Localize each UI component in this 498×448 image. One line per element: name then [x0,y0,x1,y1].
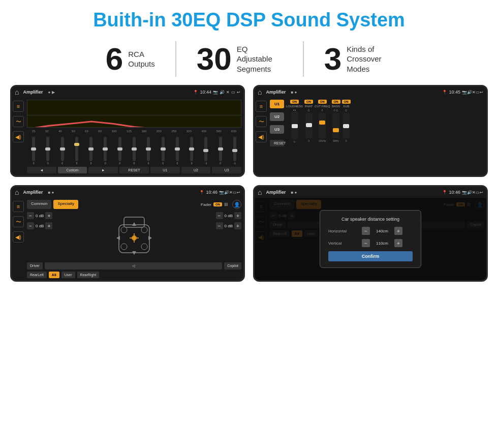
crossover-reset-btn[interactable]: RESET [270,140,284,146]
db-minus-4[interactable]: − [216,222,223,229]
phat-slider[interactable] [305,113,313,138]
dialog-app-name: Amplifier [266,190,286,195]
eq-icon-speaker[interactable]: ◀) [13,131,24,142]
dialog-home-icon[interactable]: ⌂ [258,188,262,196]
db-minus-1[interactable]: − [27,212,34,219]
eq-btn-custom[interactable]: Custom [58,167,87,173]
sub-toggle[interactable]: ON [342,100,351,104]
fader-toggle[interactable]: ON [213,202,222,206]
crossover-time: 10:45 [449,89,460,95]
eq-screen: ⌂ Amplifier ● ▶ 📍 10:44 📷 🔊 ✕ ▭ ↩ ≡ 〜 ◀) [10,85,245,177]
db-plus-3[interactable]: + [234,212,241,219]
fader-app-name: Amplifier [23,190,43,195]
eq-btn-u3[interactable]: U3 [212,167,241,173]
eq-slider-9[interactable]: 0 [147,137,150,165]
db-plus-1[interactable]: + [45,212,52,219]
stat-text-rca: RCAOutputs [128,49,155,69]
cutfreq-toggle[interactable]: ON [318,100,327,104]
horizontal-row: Horizontal − 140cm + [328,227,413,235]
horizontal-minus[interactable]: − [362,227,370,235]
horizontal-label: Horizontal [328,229,359,233]
eq-slider-1[interactable]: 0 [32,137,35,165]
fader-controls-area: − 0 dB + − 0 dB + [27,212,241,260]
db-minus-2[interactable]: − [27,222,34,229]
car-diagram [54,212,213,260]
bass-slider[interactable] [332,113,339,138]
phat-toggle[interactable]: ON [304,100,313,104]
eq-btn-u2[interactable]: U2 [181,167,211,173]
db-val-3: 0 dB [225,214,233,218]
eq-slider-12[interactable]: 0 [190,137,193,165]
eq-btn-prev[interactable]: ◄ [27,167,56,173]
stats-row: 6 RCAOutputs 30 EQ AdjustableSegments 3 … [0,36,498,85]
horizontal-plus[interactable]: + [394,227,402,235]
eq-icon-wave[interactable]: 〜 [13,116,24,127]
fader-btn-rearright[interactable]: RearRight [77,272,100,278]
back-icon[interactable]: ↩ [237,90,240,95]
sub-slider[interactable] [343,113,350,138]
fader-text: Fader [201,202,211,207]
fader-btn-user[interactable]: User [61,272,75,278]
eq-btn-play[interactable]: ► [88,167,118,173]
bass-toggle[interactable]: ON [332,100,340,104]
u-buttons-col: U1 U2 U3 RESET [270,100,284,146]
fader-btn-arrow-left[interactable]: ◁ [45,262,223,270]
eq-slider-14[interactable]: 0 [219,137,222,165]
db-plus-4[interactable]: + [234,222,241,229]
u3-button[interactable]: U3 [270,125,284,134]
fader-tab-specialty[interactable]: Specialty [53,200,78,209]
fader-icon-speaker[interactable]: ◀) [13,231,24,243]
fader-profile-icon[interactable]: 👤 [232,200,241,209]
eq-slider-7[interactable]: 0 [118,137,121,165]
loudness-slider[interactable] [291,111,298,139]
eq-slider-4[interactable]: 5 [75,137,78,165]
eq-slider-11[interactable]: 0 [176,137,179,165]
fader-btn-copilot[interactable]: Copilot [224,262,241,270]
eq-slider-8[interactable]: 0 [133,137,136,165]
fader-status-icons: 📍 10:46 📷🔊✕▭↩ [199,190,240,195]
fader-bottom-row: Driver ◁ Copilot [27,262,241,270]
crossover-status-icons: 📍 10:45 📷🔊✕▭↩ [442,89,483,95]
u1-button[interactable]: U1 [270,100,284,108]
home-icon[interactable]: ⌂ [15,88,19,96]
eq-slider-15[interactable]: -1 [233,137,236,165]
loudness-ctrl: ON LOUDNESS 0 [286,100,303,146]
eq-dot-icons: ● ▶ [48,90,54,95]
fader-btn-rearleft[interactable]: RearLeft [27,272,47,278]
fader-icon-wave[interactable]: 〜 [13,216,24,227]
horizontal-ctrl: − 140cm + [362,227,402,235]
dialog-box: Car speaker distance setting Horizontal … [320,210,421,268]
crossover-home-icon[interactable]: ⌂ [258,88,262,96]
u2-button[interactable]: U2 [270,112,284,121]
eq-status-bar: ⌂ Amplifier ● ▶ 📍 10:44 📷 🔊 ✕ ▭ ↩ [12,86,243,98]
fader-main-area: Common Specialty Fader ON ⊞ 👤 − [26,198,243,280]
crossover-icon-eq[interactable]: ≡ [256,101,267,112]
fader-tab-common[interactable]: Common [27,200,51,209]
vertical-plus[interactable]: + [394,239,402,247]
crossover-body: ≡ 〜 ◀) U1 U2 U3 RESET [255,98,486,148]
confirm-button[interactable]: Confirm [328,251,413,261]
eq-btn-reset[interactable]: RESET [119,167,149,173]
horizontal-value: 140cm [372,229,392,233]
eq-slider-10[interactable]: 0 [162,137,165,165]
crossover-icon-speaker[interactable]: ◀) [256,131,267,142]
dialog-status-icons: 📍 10:46 📷🔊✕▭↩ [442,190,483,195]
eq-slider-2[interactable]: 0 [46,137,49,165]
db-minus-3[interactable]: − [216,212,223,219]
eq-slider-6[interactable]: 0 [104,137,107,165]
eq-btn-u1[interactable]: U1 [150,167,180,173]
eq-icon-eq[interactable]: ≡ [13,101,24,112]
fader-icon-eq[interactable]: ≡ [13,201,24,212]
cutfreq-slider[interactable] [319,113,326,138]
crossover-icon-wave[interactable]: 〜 [256,116,267,127]
loudness-toggle[interactable]: ON [290,100,299,104]
fader-btn-all[interactable]: All [49,272,59,278]
eq-slider-13[interactable]: -1 [204,137,207,165]
eq-slider-5[interactable]: 0 [89,137,92,165]
fader-body: ≡ 〜 ◀) Common Specialty Fader ON ⊞ 👤 [12,198,243,280]
fader-home-icon[interactable]: ⌂ [15,188,19,196]
eq-slider-3[interactable]: 0 [61,137,64,165]
fader-btn-driver[interactable]: Driver [27,262,43,270]
vertical-minus[interactable]: − [362,239,370,247]
db-plus-2[interactable]: + [45,222,52,229]
